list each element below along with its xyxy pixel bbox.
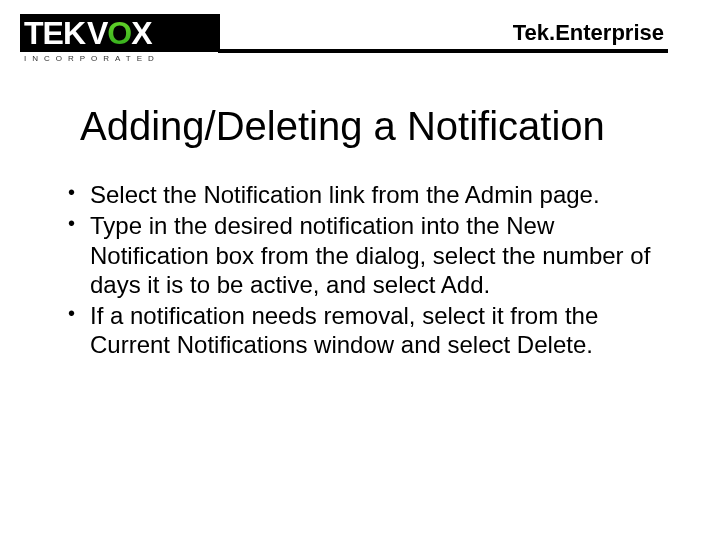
logo-text-v: V (87, 14, 107, 52)
list-item: Select the Notification link from the Ad… (66, 180, 660, 209)
logo-text-tek: TEK (20, 14, 87, 52)
list-item: Type in the desired notification into th… (66, 211, 660, 299)
logo-subline: INCORPORATED (20, 52, 220, 63)
slide-header: TEK V O X INCORPORATED Tek.Enterprise (0, 0, 720, 72)
slide-body: Select the Notification link from the Ad… (66, 180, 660, 362)
slide: TEK V O X INCORPORATED Tek.Enterprise Ad… (0, 0, 720, 540)
tekvox-logo-main: TEK V O X (20, 14, 220, 52)
header-divider (218, 49, 668, 53)
logo-text-o: O (107, 14, 131, 52)
list-item: If a notification needs removal, select … (66, 301, 660, 360)
tekvox-logo: TEK V O X INCORPORATED (20, 14, 220, 74)
bullet-list: Select the Notification link from the Ad… (66, 180, 660, 360)
logo-text-x: X (131, 14, 157, 52)
brand-label: Tek.Enterprise (513, 20, 664, 46)
slide-title: Adding/Deleting a Notification (80, 104, 660, 149)
